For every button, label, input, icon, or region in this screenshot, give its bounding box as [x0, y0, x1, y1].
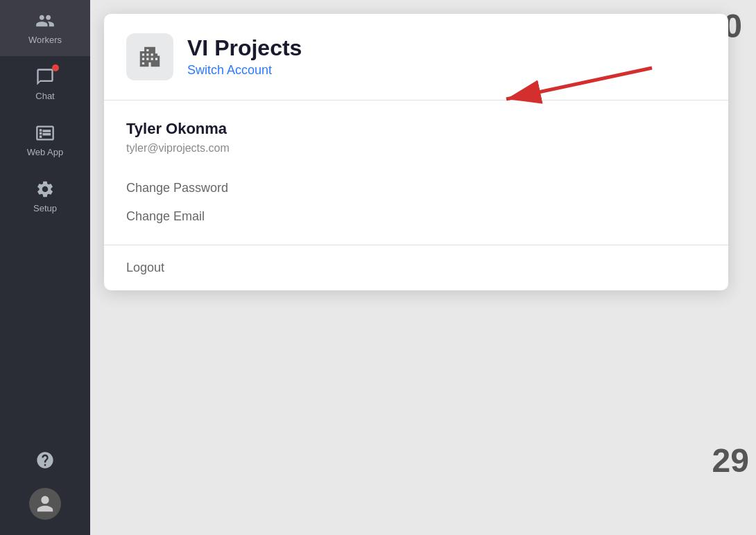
- change-password-item[interactable]: Change Password: [126, 174, 706, 202]
- workers-icon: [35, 11, 55, 30]
- webapp-icon: [35, 123, 55, 143]
- logout-item[interactable]: Logout: [126, 261, 706, 275]
- sidebar-workers-label: Workers: [28, 35, 62, 45]
- setup-icon: [35, 179, 55, 199]
- user-avatar-icon: [35, 494, 55, 514]
- user-email: tyler@viprojects.com: [126, 142, 706, 155]
- account-section: VI Projects Switch Account: [104, 14, 728, 100]
- user-avatar[interactable]: [29, 488, 61, 520]
- sidebar-setup-label: Setup: [33, 203, 57, 213]
- account-info: VI Projects Switch Account: [187, 36, 302, 78]
- sidebar-bottom: [0, 439, 90, 535]
- sidebar-item-webapp[interactable]: Web App: [0, 112, 90, 168]
- sidebar-item-workers[interactable]: Workers: [0, 0, 90, 56]
- dropdown-panel: VI Projects Switch Account Tyler Okonma: [104, 14, 728, 290]
- company-icon-wrapper: [126, 33, 173, 80]
- sidebar-item-setup[interactable]: Setup: [0, 168, 90, 225]
- chat-badge: [52, 64, 59, 71]
- main-content: 20 29 VI Projects Switch Account: [90, 0, 756, 535]
- sidebar-webapp-label: Web App: [27, 147, 64, 157]
- sidebar-chat-label: Chat: [35, 91, 54, 101]
- user-name: Tyler Okonma: [126, 120, 706, 138]
- help-icon: [35, 450, 55, 470]
- sidebar-item-chat[interactable]: Chat: [0, 56, 90, 112]
- building-icon: [137, 44, 163, 70]
- user-section: Tyler Okonma tyler@viprojects.com Change…: [104, 100, 728, 245]
- logout-section: Logout: [104, 245, 728, 290]
- change-email-item[interactable]: Change Email: [126, 202, 706, 231]
- company-name: VI Projects: [187, 36, 302, 60]
- sidebar: Workers Chat Web App Setup: [0, 0, 90, 535]
- chat-icon: [35, 67, 55, 87]
- bg-number-bottom: 29: [712, 441, 749, 480]
- switch-account-link[interactable]: Switch Account: [187, 63, 302, 78]
- sidebar-item-help[interactable]: [0, 439, 90, 481]
- svg-line-1: [506, 68, 652, 99]
